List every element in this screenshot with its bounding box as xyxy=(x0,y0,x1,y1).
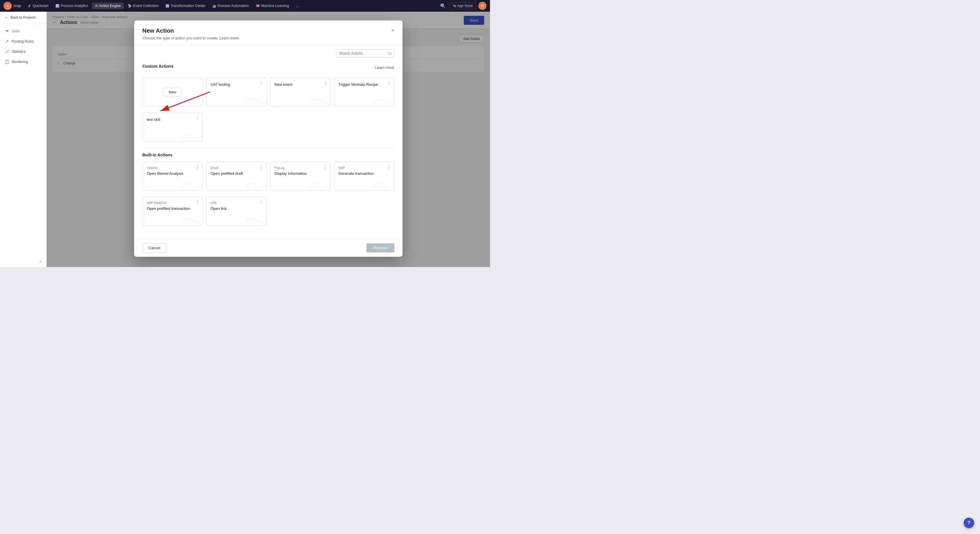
open-prefilled-transaction-title: Open prefilled transaction xyxy=(147,206,190,211)
trigger-workato-menu-button[interactable]: ⋮ xyxy=(387,81,391,84)
open-prefilled-draft-menu-button[interactable]: ⋮ xyxy=(259,165,263,169)
sidebar-item-skills[interactable]: ❤ Skills xyxy=(0,26,46,36)
nav-machine-learning[interactable]: 🧠 Machine Learning xyxy=(253,3,292,9)
section-divider xyxy=(142,147,395,148)
test-skill-card-title: test skill xyxy=(147,117,160,122)
open-filtered-analysis-card[interactable]: Celonis Open filtered Analysis ⋮ xyxy=(142,162,203,191)
event-collection-icon: 📡 xyxy=(128,4,132,8)
sidebar-collapse-area: « xyxy=(0,255,46,267)
learn-more-inline-link[interactable]: Learn more xyxy=(220,36,239,40)
main-layout: ← Back to Projects ❤ Skills ↗ Routing Ru… xyxy=(0,12,490,267)
search-actions-input[interactable] xyxy=(336,49,395,57)
card-wave-decoration xyxy=(181,213,203,226)
nav-action-engine[interactable]: ⚙ Action Engine xyxy=(92,3,124,9)
action-engine-icon: ⚙ xyxy=(95,4,98,8)
builtin-actions-title: Built-in Actions xyxy=(142,153,172,157)
card-category-celonis: Celonis xyxy=(147,166,198,169)
modal-backdrop[interactable]: New Action Choose the type of action you… xyxy=(47,12,490,267)
card-category-url: URL xyxy=(211,201,262,204)
logo-icon: c xyxy=(3,2,12,10)
logo-subtext: snap xyxy=(13,4,21,8)
modal-title: New Action xyxy=(142,27,239,34)
routing-rules-icon: ↗ xyxy=(5,39,10,43)
back-to-projects-button[interactable]: ← Back to Projects xyxy=(0,12,46,24)
display-information-card[interactable]: Pop-up Display information ⋮ xyxy=(270,162,331,191)
modal-header-content: New Action Choose the type of action you… xyxy=(142,27,239,40)
generate-transaction-card[interactable]: SAP Generate transaction ⋮ xyxy=(334,162,395,191)
card-wave-decoration xyxy=(373,94,395,107)
monitoring-icon: 📋 xyxy=(5,59,10,64)
card-wave-decoration xyxy=(181,178,203,191)
nav-process-analytics[interactable]: 📊 Process Analytics xyxy=(52,3,91,9)
global-search-button[interactable]: 🔍 xyxy=(439,2,447,10)
cancel-button[interactable]: Cancel xyxy=(142,243,166,253)
sidebar-item-statistics[interactable]: 📈 Statistics xyxy=(0,46,46,57)
open-prefilled-draft-card[interactable]: Email Open prefilled draft ⋮ xyxy=(206,162,267,191)
card-wave-decoration xyxy=(309,94,331,107)
new-action-modal: New Action Choose the type of action you… xyxy=(134,21,402,257)
uat-testing-menu-button[interactable]: ⋮ xyxy=(259,81,263,84)
nav-event-collection[interactable]: 📡 Event Collection xyxy=(125,3,161,9)
display-information-menu-button[interactable]: ⋮ xyxy=(323,165,327,169)
trigger-workato-card-title: Trigger Workato Recipe xyxy=(338,82,378,87)
open-filtered-analysis-title: Open filtered Analysis xyxy=(147,171,183,176)
card-wave-decoration xyxy=(373,178,395,191)
open-prefilled-transaction-card[interactable]: SAP WebGUI Open prefilled transaction ⋮ xyxy=(142,197,203,226)
generate-transaction-menu-button[interactable]: ⋮ xyxy=(387,165,391,169)
nav-quickstart[interactable]: ⚡ Quickstart xyxy=(24,3,51,9)
card-wave-decoration xyxy=(245,213,267,226)
sidebar-item-routing-rules[interactable]: ↗ Routing Rules xyxy=(0,36,46,46)
open-prefilled-draft-title: Open prefilled draft xyxy=(211,171,243,176)
process-analytics-icon: 📊 xyxy=(56,4,59,8)
nav-process-automation[interactable]: 🤖 Process Automation xyxy=(209,3,252,9)
card-category-sap: SAP xyxy=(338,166,390,169)
app-store-icon: 🛍 xyxy=(453,4,456,8)
proceed-button[interactable]: Proceed xyxy=(366,243,395,252)
nav-more[interactable]: ... xyxy=(293,3,302,9)
open-filtered-analysis-menu-button[interactable]: ⋮ xyxy=(196,165,199,169)
builtin-cards-grid-row1: Celonis Open filtered Analysis ⋮ Em xyxy=(142,162,395,191)
card-wave-decoration xyxy=(309,178,331,191)
custom-actions-title: Custom Actions xyxy=(142,64,173,69)
skills-icon: ❤ xyxy=(5,29,10,33)
open-link-menu-button[interactable]: ⋮ xyxy=(259,200,263,204)
logo[interactable]: c snap xyxy=(3,2,21,10)
top-navigation: c snap ⚡ Quickstart 📊 Process Analytics … xyxy=(0,0,490,12)
user-avatar[interactable]: G xyxy=(478,2,487,10)
modal-header: New Action Choose the type of action you… xyxy=(134,21,402,45)
machine-learning-icon: 🧠 xyxy=(256,4,260,8)
uat-testing-card[interactable]: UAT testing ⋮ xyxy=(206,77,267,107)
builtin-actions-section: Built-in Actions Celonis Open filtered A… xyxy=(142,152,395,226)
sidebar-item-monitoring[interactable]: 📋 Monitoring xyxy=(0,57,46,67)
modal-footer: Cancel Proceed xyxy=(134,239,402,257)
new-custom-action-card[interactable]: New xyxy=(142,77,203,107)
test-skill-card[interactable]: test skill ⋮ xyxy=(142,112,203,142)
modal-close-button[interactable]: × xyxy=(391,27,395,33)
open-prefilled-transaction-menu-button[interactable]: ⋮ xyxy=(196,200,199,204)
nav-right-area: 🔍 🛍 App Store G xyxy=(439,2,487,10)
uat-testing-card-title: UAT testing xyxy=(211,82,230,87)
card-category-sap-webgui: SAP WebGUI xyxy=(147,201,198,204)
test-skill-menu-button[interactable]: ⋮ xyxy=(196,116,199,120)
custom-cards-grid-row1: New UAT testing ⋮ xyxy=(142,77,395,107)
quickstart-icon: ⚡ xyxy=(27,4,32,8)
modal-subtitle: Choose the type of action you want to cr… xyxy=(142,36,239,40)
display-information-title: Display information xyxy=(274,171,307,176)
new-button[interactable]: New xyxy=(163,88,182,96)
card-category-email: Email xyxy=(211,166,262,169)
trigger-workato-card[interactable]: Trigger Workato Recipe ⋮ xyxy=(334,77,395,107)
generate-transaction-title: Generate transaction xyxy=(338,171,374,176)
sidebar: ← Back to Projects ❤ Skills ↗ Routing Ru… xyxy=(0,12,47,267)
card-wave-decoration xyxy=(181,129,203,142)
transformation-icon: 🔄 xyxy=(165,4,169,8)
nav-transformation-center[interactable]: 🔄 Transformation Center xyxy=(162,3,208,9)
new-event-card[interactable]: New event ⋮ xyxy=(270,77,331,107)
custom-actions-section: Custom Actions Learn more New UAT testi xyxy=(142,62,395,142)
back-arrow-icon: ← xyxy=(5,15,9,20)
custom-learn-more-link[interactable]: Learn more xyxy=(375,65,395,70)
app-store-button[interactable]: 🛍 App Store xyxy=(449,2,476,10)
new-event-menu-button[interactable]: ⋮ xyxy=(323,81,327,84)
open-link-card[interactable]: URL Open link ⋮ xyxy=(206,197,267,226)
card-wave-decoration xyxy=(245,94,267,107)
collapse-sidebar-button[interactable]: « xyxy=(40,259,42,263)
